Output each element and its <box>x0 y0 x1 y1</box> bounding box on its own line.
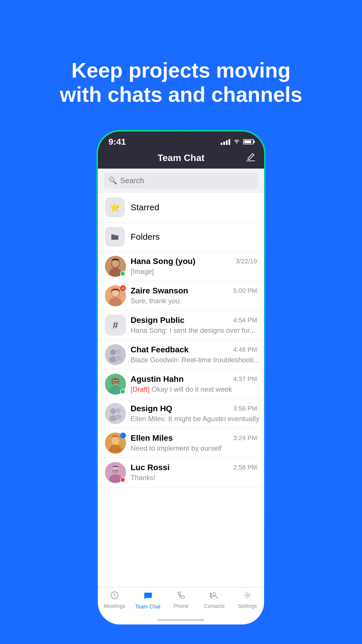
avatar-wrap-agustin <box>105 374 126 395</box>
avatar-wrap-hana <box>105 256 126 277</box>
settings-icon <box>243 591 252 602</box>
chat-preview-luc: Thanks! <box>131 474 155 482</box>
folders-icon <box>105 227 125 247</box>
chat-item-hana-song[interactable]: Hana Song (you) 3/22/19 [Image] <box>98 252 264 281</box>
chat-list: ⭐ Starred Folders <box>98 193 264 587</box>
phone-screen: 9:41 <box>98 132 264 624</box>
chat-info-agustin: Agustin Hahn 4:37 PM [Draft] Okay I will… <box>131 374 257 393</box>
folders-item[interactable]: Folders <box>98 222 264 252</box>
avatar-design-hq <box>105 403 126 424</box>
svg-point-30 <box>111 437 120 445</box>
app-title: Team Chat <box>157 153 204 163</box>
channel-hash-icon: # <box>113 319 118 331</box>
avatar-wrap-feedback <box>105 344 126 365</box>
tab-settings[interactable]: Settings <box>231 591 264 610</box>
tab-meetings[interactable]: Meetings <box>98 591 131 610</box>
headline: Keep projects moving with chats and chan… <box>50 29 312 107</box>
chat-item-design-hq[interactable]: Design HQ 3:56 PM Ellen Miles: It might … <box>98 399 264 428</box>
chat-item-chat-feedback[interactable]: Chat Feedback 4:48 PM Blaze Goodwin: Rea… <box>98 340 264 370</box>
tab-phone[interactable]: Phone <box>164 591 198 610</box>
status-icons <box>221 138 254 146</box>
starred-item[interactable]: ⭐ Starred <box>98 193 264 222</box>
battery-icon <box>243 139 254 144</box>
chat-name-feedback: Chat Feedback <box>131 345 189 354</box>
chat-info-luc: Luc Rossi 2:58 PM Thanks! <box>131 463 257 482</box>
chat-info-ellen: Ellen Miles 3:24 PM Need to implement by… <box>131 433 257 452</box>
signal-icon <box>221 139 230 145</box>
compose-button[interactable] <box>246 152 255 164</box>
dnd-badge-zaire <box>120 285 126 291</box>
chat-time-design-hq: 3:56 PM <box>233 405 257 412</box>
tab-settings-label: Settings <box>238 603 257 609</box>
tab-meetings-label: Meetings <box>104 603 125 609</box>
chat-preview-zaire: Sure, thank you. <box>131 297 182 305</box>
avatar-wrap-luc <box>105 462 126 483</box>
chat-name-design-public: Design Public <box>131 316 184 325</box>
starred-label: Starred <box>131 202 159 212</box>
svg-point-43 <box>246 594 249 596</box>
phone-mockup: 9:41 <box>96 130 266 626</box>
app-header: Team Chat <box>98 150 264 169</box>
svg-point-11 <box>110 349 116 355</box>
avatar-wrap-zaire <box>105 285 126 306</box>
search-input[interactable] <box>120 176 254 185</box>
chat-info-hana: Hana Song (you) 3/22/19 [Image] <box>131 257 257 276</box>
svg-rect-40 <box>210 593 211 594</box>
tab-bar: Meetings Team Chat <box>98 587 264 617</box>
chat-name-design-hq: Design HQ <box>131 404 172 413</box>
chat-time-feedback: 4:48 PM <box>233 346 257 354</box>
chat-item-luc[interactable]: Luc Rossi 2:58 PM Thanks! <box>98 458 264 487</box>
meetings-icon <box>110 591 119 602</box>
svg-point-0 <box>236 143 237 144</box>
tab-team-chat[interactable]: Team Chat <box>131 591 164 610</box>
tab-team-chat-label: Team Chat <box>135 604 160 610</box>
search-bar: 🔍 <box>98 169 264 193</box>
svg-rect-9 <box>122 288 124 288</box>
status-bar: 9:41 <box>98 132 264 150</box>
svg-point-39 <box>213 593 216 596</box>
contacts-icon <box>210 591 219 602</box>
svg-point-26 <box>116 408 121 413</box>
wifi-icon <box>233 138 240 146</box>
chat-name-hana: Hana Song (you) <box>131 257 195 266</box>
svg-point-24 <box>110 408 116 414</box>
svg-point-14 <box>115 356 122 361</box>
chat-preview-agustin: [Draft] Okay I will do it next week <box>131 385 232 393</box>
chat-time-zaire: 5:00 PM <box>233 287 257 295</box>
svg-rect-42 <box>210 596 211 597</box>
chat-time-agustin: 4:37 PM <box>233 375 257 383</box>
chat-item-design-public[interactable]: # Design Public 4:54 PM Hana Song: I sen… <box>98 311 264 340</box>
chat-item-ellen[interactable]: i Ellen Miles 3:24 PM Need to implement … <box>98 428 264 458</box>
chat-time-luc: 2:58 PM <box>233 464 257 471</box>
chat-info-feedback: Chat Feedback 4:48 PM Blaze Goodwin: Rea… <box>131 345 257 364</box>
home-indicator <box>158 619 204 621</box>
chat-time-design-public: 4:54 PM <box>233 316 257 324</box>
chat-preview-design-public: Hana Song: I sent the designs over for..… <box>131 326 255 334</box>
search-icon: 🔍 <box>108 176 117 185</box>
chat-name-ellen: Ellen Miles <box>131 433 173 443</box>
tab-contacts[interactable]: Contacts <box>198 591 231 610</box>
svg-point-8 <box>112 289 119 297</box>
svg-rect-41 <box>210 595 211 595</box>
tab-contacts-label: Contacts <box>204 603 224 609</box>
svg-rect-23 <box>105 403 126 424</box>
folders-label: Folders <box>131 232 160 242</box>
svg-point-4 <box>112 259 119 267</box>
chat-time-ellen: 3:24 PM <box>233 434 257 442</box>
chat-name-agustin: Agustin Hahn <box>131 374 184 384</box>
chat-item-agustin[interactable]: Agustin Hahn 4:37 PM [Draft] Okay I will… <box>98 370 264 399</box>
team-chat-icon <box>143 591 152 602</box>
chat-preview-ellen: Need to implement by ourself <box>131 444 222 452</box>
avatar-design-public: # <box>105 315 126 336</box>
svg-point-13 <box>116 349 121 354</box>
chat-info-zaire: Zaire Swanson 5:00 PM Sure, thank you. <box>131 286 257 305</box>
phone-icon <box>177 591 185 602</box>
home-indicator-bar <box>98 617 264 624</box>
avatar-feedback <box>105 344 126 365</box>
chat-item-zaire[interactable]: Zaire Swanson 5:00 PM Sure, thank you. <box>98 281 264 311</box>
headline-line2: with chats and channels <box>60 83 302 106</box>
chat-preview-design-hq: Ellen Miles: It might be Agustin eventua… <box>131 415 259 423</box>
search-field[interactable]: 🔍 <box>104 173 258 189</box>
tab-phone-label: Phone <box>173 603 189 609</box>
status-time: 9:41 <box>108 137 126 147</box>
